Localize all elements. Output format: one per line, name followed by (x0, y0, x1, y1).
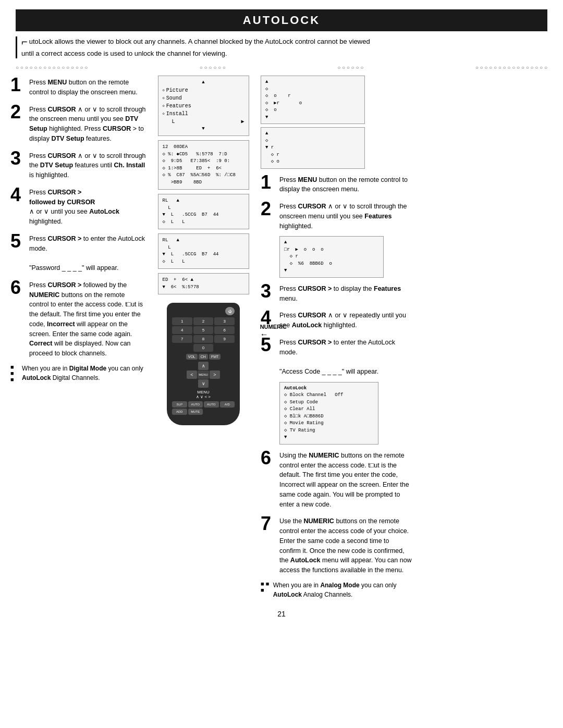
remote-container: ⏻ 1 2 3 4 5 6 7 8 9 0 (167, 303, 240, 425)
screen-ch-line4: ◇ L L (163, 219, 244, 226)
left-step-1: 1 Press MENU button on the remote contro… (10, 76, 146, 97)
screen-dtv-line4: ◇ 1:>8B ED + 6< (163, 165, 244, 172)
vol-btn[interactable]: VOL (186, 354, 198, 360)
num-btn-5[interactable]: 5 (193, 326, 214, 334)
right-step-num-6: 6 (261, 449, 275, 467)
divider-right: ○ ○ ○ ○ ○ ○ ○ ○ ○ ○ ○ ○ ○ ○ ○ ○ (475, 65, 547, 70)
screen-right-2: ▲ ◇ ▼ r ◇ r ◇ o (261, 127, 365, 169)
step-num-6: 6 (10, 278, 25, 297)
step-text-5: Press CURSOR > to enter the AutoLock mod… (29, 232, 146, 273)
step-num-3: 3 (10, 149, 25, 168)
password-note: "Password _ _ _ _" will appear. (29, 264, 118, 272)
num-btn-0[interactable]: 0 (193, 344, 214, 352)
menu-label-text: MENU (197, 390, 210, 394)
right-screens: ▲ ◇ ◇ o r ◇ ▶r o ◇ o ▼ ▲ ◇ ▼ r ◇ r ◇ o (261, 76, 412, 169)
ch-btn[interactable]: CH (199, 354, 208, 360)
nav-up-row: ∧ (198, 362, 209, 370)
page-number: 21 (0, 610, 563, 626)
intro-text: ⌐utoLock allows the viewer to block out … (16, 36, 547, 58)
left-step-3: 3 Press CURSOR ∧ or ∨ to scroll through … (10, 149, 146, 180)
num-btn-8[interactable]: 8 (193, 335, 214, 343)
nav-ring: ∧ < MENU > ∨ (172, 362, 235, 388)
menu-nav-label: MENU ∧ ∨ < > (172, 390, 235, 399)
step-text-4: Press CURSOR >followed by CURSOR∧ or ∨ u… (29, 186, 146, 227)
step-text-3: Press CURSOR ∧ or ∨ to scroll through th… (29, 149, 146, 180)
nav-down[interactable]: ∨ (198, 379, 209, 388)
screen-item-sound: ◇ Sound (163, 94, 244, 102)
step-num-1: 1 (10, 76, 25, 94)
ad-btn[interactable]: A/D (220, 401, 235, 408)
num-btn-4[interactable]: 4 (172, 326, 192, 334)
right-step-3: 3 Press CURSOR > to display the Features… (261, 282, 412, 304)
screen-dtv-line5: ◇ % C87 %5A□56D %: /□C8 (163, 172, 244, 179)
left-step-5: 5 Press CURSOR > to enter the AutoLock m… (10, 232, 146, 273)
screen-al-line2: L (163, 244, 244, 252)
right-step-text-5: Press CURSOR > to enter the AutoLock mod… (279, 336, 412, 377)
nav-right[interactable]: > (210, 371, 220, 379)
format-btn[interactable]: FMT (209, 354, 221, 360)
power-button[interactable]: ⏻ (225, 307, 235, 315)
sleep-btn[interactable]: SLP (172, 401, 187, 408)
screen-pw-line1: ED + 6< ▲ (163, 277, 244, 284)
screen-ch-line3: ▼ L .5CCG B7 44 (163, 212, 244, 219)
screen-al-line3: ▼ L .5CCG B7 44 (163, 251, 244, 258)
left-step-4: 4 Press CURSOR >followed by CURSOR∧ or ∨… (10, 186, 146, 227)
screen-autolock-menu: AutoLock ◇ Block Channel Off ◇ Setup Cod… (279, 382, 378, 445)
num-btn-empty1 (172, 344, 192, 352)
divider-dots: ○ ○ ○ ○ ○ ○ ○ ○ ○ ○ ○ ○ ○ ○ ○ ○ ○ ○ ○ ○ … (16, 65, 547, 70)
num-btn-7[interactable]: 7 (172, 335, 192, 343)
access-code-note: "Access Code _ _ _ _" will appear. (279, 368, 378, 375)
intro-line2: until a correct access code is used to u… (21, 48, 547, 59)
left-step-6: 6 Press CURSOR > followed by the NUMERIC… (10, 278, 146, 359)
right-step-7: 7 Use the NUMERIC buttons on the remote … (261, 514, 412, 575)
note-digital: ■ ■ ■ When you are in Digital Mode you c… (10, 364, 146, 382)
num-btn-1[interactable]: 1 (172, 317, 192, 325)
num-btn-9[interactable]: 9 (214, 335, 235, 343)
step-num-4: 4 (10, 186, 25, 204)
nav-menu-btn[interactable]: MENU (198, 371, 209, 379)
right-step-6: 6 Using the NUMERIC buttons on the remot… (261, 449, 412, 510)
screen-item-l: L▶ (163, 118, 244, 126)
num-btn-6[interactable]: 6 (214, 326, 235, 334)
right-step-text-7: Use the NUMERIC buttons on the remote co… (279, 514, 412, 575)
right-step-text-3: Press CURSOR > to display the Features m… (279, 282, 412, 304)
step-num-5: 5 (10, 232, 25, 251)
misc-btn-row: VOL CH FMT (172, 354, 235, 360)
page-title: AUTOLOCK (16, 9, 547, 31)
left-step-2: 2 Press CURSOR ∧ or ∨ to scroll through … (10, 103, 146, 144)
note-digital-text: When you are in Digital Mode you can onl… (22, 364, 146, 382)
screen-dtv-line2: ◇ %: ◆CD5 %:5?78 7:D (163, 151, 244, 158)
numeric-grid: 1 2 3 4 5 6 7 8 9 0 (172, 317, 235, 352)
screen-dtv-setup: 12 08DEA ◇ %: ◆CD5 %:5?78 7:D ◇ 9:D5 E7:… (158, 140, 249, 190)
screen-item-picture: ◇ Picture (163, 87, 244, 94)
num-btn-2[interactable]: 2 (193, 317, 214, 325)
right-step-1: 1 Press MENU button on the remote contro… (261, 173, 412, 195)
step-text-2: Press CURSOR ∧ or ∨ to scroll through th… (29, 103, 146, 144)
screen-item-install: ◇ Install (163, 110, 244, 118)
note-analog: ■ ■ ■ When you are in Analog Mode you ca… (261, 581, 412, 599)
mute-btn[interactable]: MUTE (188, 409, 203, 415)
right-step-text-4: Press CURSOR ∧ or ∨ repeatedly until you… (279, 309, 412, 330)
numeric-arrow-icon: ← (260, 330, 268, 339)
nav-label-text: ∧ ∨ < > (196, 394, 211, 399)
add-btn[interactable]: ADD (172, 409, 187, 415)
nav-up[interactable]: ∧ (198, 362, 209, 370)
screen-dtv-line1: 12 08DEA (163, 144, 244, 151)
right-step-text-6: Using the NUMERIC buttons on the remote … (279, 449, 412, 510)
screen-al-line4: ◇ L L (163, 258, 244, 266)
right-step-5: 5 Press CURSOR > to enter the AutoLock m… (261, 336, 412, 377)
nav-left[interactable]: < (187, 371, 197, 379)
right-step-num-7: 7 (261, 514, 275, 533)
screen-arrow-up-1: ▲ (163, 79, 244, 87)
remote-top: ⏻ (172, 307, 235, 315)
nav-down-row: ∨ (198, 379, 209, 388)
screen-menu: ▲ ◇ Picture ◇ Sound ◇ Features ◇ Install… (158, 76, 249, 136)
screen-dtv-line3: ◇ 9:D5 E7:385< :9 0: (163, 158, 244, 165)
screen-al-line1: RL ▲ (163, 237, 244, 244)
note-analog-text: When you are in Analog Mode you can only… (273, 581, 412, 599)
right-step-text-1: Press MENU button on the remote control … (279, 173, 412, 195)
num-btn-3[interactable]: 3 (214, 317, 235, 325)
middle-column: ▲ ◇ Picture ◇ Sound ◇ Features ◇ Install… (151, 76, 255, 599)
auto-btn[interactable]: AUTO (188, 401, 203, 408)
auto2-btn[interactable]: AUTO (204, 401, 219, 408)
